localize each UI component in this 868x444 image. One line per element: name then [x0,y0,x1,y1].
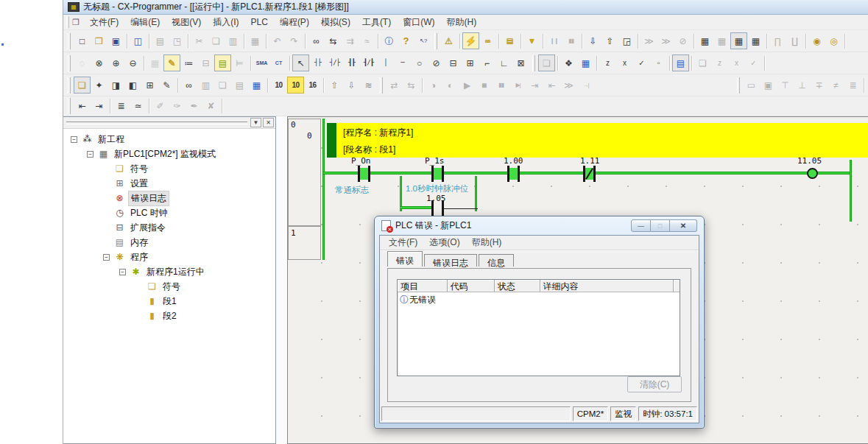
print-preview-icon[interactable]: ◳ [169,32,186,49]
time-chart-monitor-icon[interactable]: ∐ [786,32,803,49]
menu-item[interactable]: 帮助(H) [441,15,483,29]
menu-item[interactable]: 编辑(E) [124,15,166,29]
panel-splitter[interactable] [276,116,287,444]
compile-program-icon[interactable]: ◫ [130,32,147,49]
online-edit-pen-1-icon[interactable]: ✐ [152,98,169,115]
new-instruction-icon[interactable]: ⊟ [445,54,462,71]
tree-item-3[interactable]: ⊞设置 [63,176,275,191]
compile-result-icon[interactable]: ❏ [214,77,231,94]
tree-panel-grip[interactable] [66,121,247,124]
error-list-row[interactable]: ⓘ 无错误 [398,292,680,308]
print-icon[interactable]: ▤ [152,32,169,49]
minimize-button[interactable]: — [631,219,651,232]
paste-rung-icon[interactable]: ▦ [247,32,264,49]
work-online-icon[interactable]: ⚠ [440,32,457,49]
new-file-icon[interactable]: □ [74,32,91,49]
new-horizontal-line-icon[interactable]: ─ [394,54,411,71]
contact-1-05[interactable] [431,200,434,216]
mnemonic-window-icon[interactable]: ▦ [248,77,265,94]
download-to-plc-icon[interactable]: ⇩ [585,32,601,49]
coil-11-05[interactable] [807,168,818,179]
new-or-contact-icon[interactable]: ┨┠ [343,54,360,71]
save-project-icon[interactable]: ▣ [107,32,124,49]
toolbar-grip[interactable] [380,77,383,94]
view-hex-icon[interactable]: 16 [304,77,321,94]
dialog-menu-item[interactable]: 选项(O) [423,235,465,250]
close-button[interactable]: ✕ [670,219,697,232]
monitor-x-icon[interactable]: x [728,54,745,71]
zoom-in-icon[interactable]: ⊕ [107,54,124,71]
address-reference-icon[interactable]: ◧ [124,77,141,94]
tile-window-icon[interactable]: ✦ [91,77,107,94]
sim-connect-icon[interactable]: ⇄ [386,77,403,94]
tree-item-6[interactable]: ⊟扩展指令 [63,220,275,235]
child-window-icon[interactable]: ❐ [72,18,80,27]
tree-expander[interactable]: − [119,269,126,275]
show-monitor-box-icon[interactable]: ⊟ [197,54,214,71]
io-comment-window-icon[interactable]: ⊞ [141,77,158,94]
breakpoint-clear-icon[interactable]: ◐ [442,77,459,94]
step-run-icon[interactable]: ▶| [509,77,526,94]
tree-item-12[interactable]: ▮段2 [63,309,275,323]
show-program-comments-icon[interactable]: ▤ [214,54,231,71]
tree-expander[interactable]: − [87,151,93,158]
online-edit-pen-2-icon[interactable]: ✑ [169,98,186,115]
debug-mode-icon[interactable]: ▦ [713,32,730,49]
tree-item-10[interactable]: ❏符号 [63,279,275,294]
toolbar-grip[interactable] [68,77,71,94]
monitor-mode-icon[interactable]: ▦ [730,32,747,49]
select-mode-icon[interactable]: ↖ [292,54,309,71]
toolbar-grip[interactable] [68,33,71,49]
tree-item-11[interactable]: ▮段1 [63,294,275,309]
go-to-next-icon[interactable]: ⇩ [343,77,360,94]
search-result-icon[interactable]: ▤ [231,77,248,94]
column-header[interactable]: 状态 [495,280,540,292]
online-edit-pen-4-icon[interactable]: ✘ [202,98,219,115]
column-header[interactable]: 项目 [398,280,448,292]
find-in-project-icon[interactable]: ∞ [180,77,197,94]
force-release-icon[interactable]: ◎ [825,32,842,49]
run-mode-icon[interactable]: ▦ [747,32,764,49]
menu-item[interactable]: 窗口(W) [397,15,440,29]
menu-item[interactable]: 插入(I) [207,15,244,29]
menu-item[interactable]: 文件(F) [84,15,124,29]
transfer-settings-icon[interactable]: ▤ [501,32,518,49]
view-decimal-icon[interactable]: 10 [270,77,287,94]
monitor-z-icon[interactable]: z [711,54,728,71]
context-help-icon[interactable]: ↖? [414,32,431,49]
force-set-icon[interactable]: ◉ [808,32,825,49]
step-in-icon[interactable]: ⇥ [526,77,543,94]
indent-rung-right-icon[interactable]: ⇥ [91,98,107,115]
cascade-window-icon[interactable]: ❏ [74,77,91,94]
column-header[interactable]: 代码 [448,280,495,292]
new-closed-coil-icon[interactable]: ⊘ [428,54,445,71]
breakpoint-set-icon[interactable]: ◑ [425,77,442,94]
paste-icon[interactable]: ▥ [225,32,241,49]
menubar-grip[interactable] [66,16,69,28]
tree-expander[interactable]: − [71,136,77,143]
new-instruction-2-icon[interactable]: ⊞ [462,54,479,71]
tree-item-4[interactable]: ⊗错误日志 [63,191,275,205]
collapse-rung-icon[interactable]: ≃ [130,98,147,115]
about-icon[interactable]: ⓘ [381,32,398,49]
invert-instruction-icon[interactable]: ⌐ [479,54,495,71]
view-signed-decimal-icon[interactable]: 10 [287,77,304,94]
tree-expander[interactable]: − [103,254,110,261]
new-contact-icon[interactable]: ┤├ [309,54,326,71]
show-grid-icon[interactable]: ▦ [147,54,163,71]
memory-view-3-icon[interactable]: ⊤ [777,77,794,94]
delete-line-icon[interactable]: ⊠ [512,54,529,71]
online-edit-send-icon[interactable]: ≫ [657,32,674,49]
memory-view-1-icon[interactable]: ▭ [743,77,760,94]
new-or-closed-contact-icon[interactable]: ┨/┠ [360,54,377,71]
show-rung-list-icon[interactable]: ≣ [113,98,130,115]
pause-monitoring-icon[interactable]: ❙❙ [546,32,562,49]
memory-view-4-icon[interactable]: ⊥ [794,77,811,94]
toolbar-grip[interactable] [532,55,535,71]
pause-icon[interactable]: ▮▮ [562,32,579,49]
work-online-simulator-icon[interactable]: ⚡ [462,32,479,49]
change-all-icon[interactable]: ⇉ [342,32,359,49]
toolbar-grip[interactable] [68,98,71,114]
cut-icon[interactable]: ✂ [191,32,208,49]
tree-item-9[interactable]: −✱新程序1运行中 [63,264,275,279]
